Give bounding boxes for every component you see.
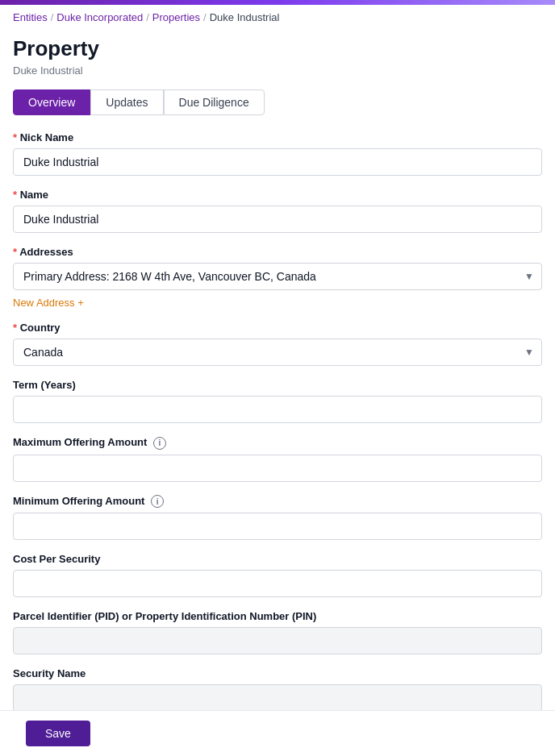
tab-updates[interactable]: Updates [90, 89, 163, 115]
max-offering-input[interactable] [13, 455, 542, 482]
page-subtitle: Duke Industrial [13, 64, 542, 77]
breadcrumb-properties[interactable]: Properties [152, 11, 200, 23]
name-label: Name [13, 189, 542, 201]
form-container: Nick Name Name Addresses Primary Address… [0, 128, 555, 756]
cost-per-security-label: Cost Per Security [13, 553, 542, 565]
page-title: Property [13, 36, 542, 61]
page-header: Property Duke Industrial [0, 30, 555, 89]
tab-due-diligence[interactable]: Due Diligence [164, 89, 265, 115]
addresses-label: Addresses [13, 246, 542, 258]
max-offering-label: Maximum Offering Amount i [13, 436, 542, 450]
addresses-group: Addresses Primary Address: 2168 W 4th Av… [13, 246, 542, 309]
name-group: Name [13, 189, 542, 233]
pid-pin-group: Parcel Identifier (PID) or Property Iden… [13, 610, 542, 654]
country-select-wrapper: Canada United States Other ▼ [13, 339, 542, 366]
security-name-label: Security Name [13, 667, 542, 679]
tab-overview[interactable]: Overview [13, 89, 90, 115]
min-offering-group: Minimum Offering Amount i [13, 495, 542, 541]
security-name-input[interactable] [13, 684, 542, 712]
term-years-group: Term (Years) [13, 379, 542, 423]
country-group: Country Canada United States Other ▼ [13, 322, 542, 366]
addresses-select[interactable]: Primary Address: 2168 W 4th Ave, Vancouv… [13, 263, 542, 290]
term-years-input[interactable] [13, 396, 542, 423]
addresses-select-wrapper: Primary Address: 2168 W 4th Ave, Vancouv… [13, 263, 542, 290]
min-offering-label: Minimum Offering Amount i [13, 495, 542, 509]
breadcrumb-duke-incorporated[interactable]: Duke Incorporated [56, 11, 143, 23]
cost-per-security-input[interactable] [13, 570, 542, 597]
nick-name-input[interactable] [13, 148, 542, 176]
breadcrumb-current: Duke Industrial [210, 11, 280, 23]
breadcrumb: Entities / Duke Incorporated / Propertie… [0, 5, 555, 30]
country-label: Country [13, 322, 542, 334]
term-years-label: Term (Years) [13, 379, 542, 391]
breadcrumb-sep-1: / [51, 11, 54, 23]
pid-pin-label: Parcel Identifier (PID) or Property Iden… [13, 610, 542, 622]
tabs-container: Overview Updates Due Diligence [0, 89, 555, 128]
name-input[interactable] [13, 206, 542, 233]
max-offering-group: Maximum Offering Amount i [13, 436, 542, 482]
save-button[interactable]: Save [26, 721, 90, 746]
new-address-link[interactable]: New Address + [13, 297, 84, 309]
breadcrumb-entities[interactable]: Entities [13, 11, 48, 23]
security-name-group: Security Name [13, 667, 542, 712]
nick-name-group: Nick Name [13, 131, 542, 176]
country-select[interactable]: Canada United States Other [13, 339, 542, 366]
bottom-bar: Save [0, 710, 555, 756]
max-offering-info-icon[interactable]: i [153, 437, 166, 450]
min-offering-input[interactable] [13, 513, 542, 540]
pid-pin-input[interactable] [13, 627, 542, 654]
nick-name-label: Nick Name [13, 131, 542, 143]
cost-per-security-group: Cost Per Security [13, 553, 542, 597]
min-offering-info-icon[interactable]: i [151, 495, 164, 508]
breadcrumb-sep-2: / [146, 11, 149, 23]
breadcrumb-sep-3: / [203, 11, 207, 23]
